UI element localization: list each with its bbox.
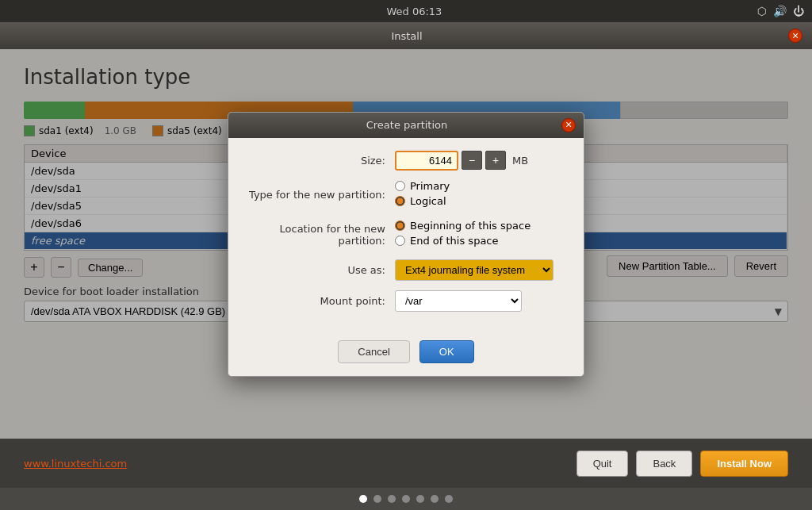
dialog-close-button[interactable]: ✕ — [561, 118, 576, 132]
radio-end-row: End of this space — [395, 235, 568, 247]
window-close-button[interactable]: ✕ — [788, 29, 802, 43]
mount-point-select[interactable]: /var / /boot /home /tmp /usr — [395, 290, 522, 312]
size-input[interactable] — [395, 151, 458, 171]
size-increment-button[interactable]: + — [485, 151, 506, 170]
ok-button[interactable]: OK — [419, 340, 474, 363]
size-unit: MB — [512, 155, 528, 167]
mount-point-row: Mount point: /var / /boot /home /tmp /us… — [244, 290, 568, 312]
network-icon: ⬡ — [757, 5, 767, 17]
size-label: Size: — [244, 155, 395, 167]
create-partition-dialog: Create partition ✕ Size: − — [228, 112, 584, 377]
radio-beginning[interactable] — [395, 220, 405, 231]
use-as-select[interactable]: Ext4 journaling file system — [395, 259, 553, 281]
radio-logical-row: Logical — [395, 195, 568, 207]
use-as-row: Use as: Ext4 journaling file system — [244, 259, 568, 281]
use-as-control: Ext4 journaling file system — [395, 259, 568, 281]
radio-logical-label: Logical — [410, 195, 446, 207]
radio-end-label: End of this space — [410, 235, 499, 247]
location-label: Location for the new partition: — [244, 223, 395, 247]
location-control: Beginning of this space End of this spac… — [395, 220, 568, 250]
main-content: Installation type sda1 (ext4) 1.0 GB sda… — [0, 49, 812, 439]
footer-link[interactable]: www.linuxtechi.com — [24, 458, 127, 470]
pagination-dot-1[interactable] — [359, 495, 367, 503]
quit-button[interactable]: Quit — [576, 451, 629, 477]
pagination-dot-4[interactable] — [402, 495, 410, 503]
cancel-button[interactable]: Cancel — [338, 340, 409, 363]
mount-point-control: /var / /boot /home /tmp /usr — [395, 290, 568, 312]
mount-point-label: Mount point: — [244, 295, 395, 307]
footer-buttons: Quit Back Install Now — [576, 451, 788, 477]
top-bar: Wed 06:13 ⬡ 🔊 ⏻ — [0, 0, 812, 22]
location-row: Location for the new partition: Beginnin… — [244, 220, 568, 250]
use-as-label: Use as: — [244, 264, 395, 276]
radio-beginning-row: Beginning of this space — [395, 220, 568, 232]
dialog-footer: Cancel OK — [228, 334, 584, 376]
size-row: Size: − + MB — [244, 151, 568, 171]
type-label: Type for the new partition: — [244, 189, 395, 201]
pagination-dot-2[interactable] — [373, 495, 381, 503]
pagination-dot-3[interactable] — [388, 495, 396, 503]
type-row: Type for the new partition: Primary Logi… — [244, 180, 568, 210]
volume-icon: 🔊 — [773, 5, 787, 17]
pagination-dot-6[interactable] — [431, 495, 439, 503]
pagination-dot-7[interactable] — [445, 495, 453, 503]
radio-end[interactable] — [395, 236, 405, 246]
radio-logical[interactable] — [395, 196, 405, 206]
dialog-overlay: Create partition ✕ Size: − — [0, 49, 812, 439]
size-control: − + MB — [395, 151, 568, 171]
dialog-title: Create partition — [252, 119, 561, 131]
back-button[interactable]: Back — [636, 451, 692, 477]
dialog-titlebar: Create partition ✕ — [228, 113, 584, 138]
radio-primary-row: Primary — [395, 180, 568, 192]
pagination-dot-5[interactable] — [416, 495, 424, 503]
radio-primary[interactable] — [395, 181, 405, 191]
footer: www.linuxtechi.com Quit Back Install Now — [0, 439, 812, 488]
radio-beginning-label: Beginning of this space — [410, 220, 530, 232]
clock: Wed 06:13 — [71, 6, 757, 17]
install-now-button[interactable]: Install Now — [700, 451, 788, 477]
window-titlebar: Install ✕ — [0, 22, 812, 49]
size-decrement-button[interactable]: − — [462, 151, 482, 170]
window-title: Install — [25, 30, 788, 42]
install-window: Install ✕ Installation type sda1 (ext4) … — [0, 22, 812, 510]
power-icon: ⏻ — [793, 5, 804, 17]
type-control: Primary Logical — [395, 180, 568, 210]
dialog-body: Size: − + MB Type for the new par — [228, 138, 584, 334]
pagination — [0, 488, 812, 510]
radio-primary-label: Primary — [410, 180, 450, 192]
